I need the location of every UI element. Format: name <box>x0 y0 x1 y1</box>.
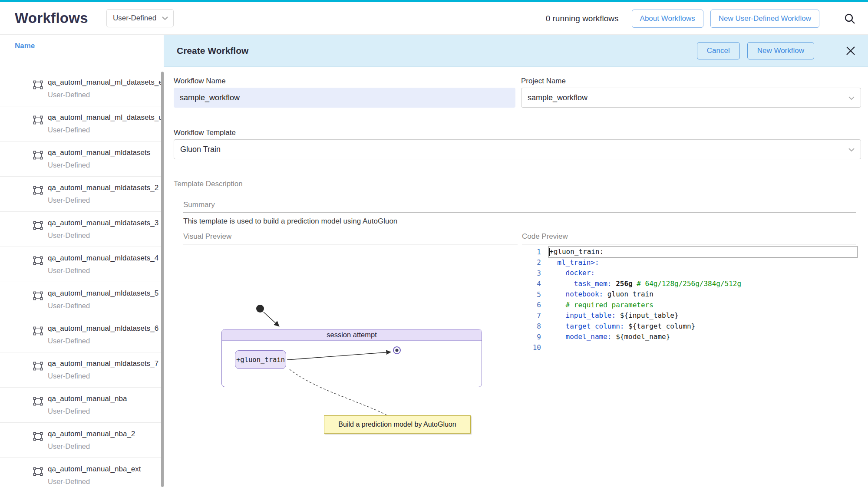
workflow-icon <box>33 80 43 90</box>
workflow-sidebar: Name qa_automl_manual_ml_datasets_e User… <box>0 35 164 487</box>
line-number: 9 <box>522 333 549 341</box>
code-line[interactable]: 8 target_column: ${target_column} <box>522 321 857 332</box>
close-icon[interactable] <box>845 45 857 57</box>
code-preview-label: Code Preview <box>522 232 856 244</box>
line-number: 8 <box>522 322 549 330</box>
workflow-icon <box>33 150 43 160</box>
create-workflow-actions: Cancel New Workflow <box>697 35 814 67</box>
workflow-item-name: qa_automl_manual_mldatasets_4 <box>48 254 164 263</box>
code-line-text <box>549 342 857 353</box>
workflow-item-name: qa_automl_manual_nba_ext <box>48 465 164 474</box>
chevron-down-icon <box>162 14 168 23</box>
workflow-item-type: User-Defined <box>48 372 164 380</box>
workflow-item-type: User-Defined <box>48 196 164 204</box>
project-name-select[interactable]: sample_workflow <box>521 88 861 108</box>
workflow-list-item[interactable]: qa_automl_manual_mldatasets User-Defined <box>0 141 164 176</box>
workflow-item-type: User-Defined <box>48 442 164 451</box>
running-workflows-status: 0 running workflows <box>546 14 619 23</box>
code-line[interactable]: 3 docker: <box>522 268 857 279</box>
workflow-icon <box>33 115 43 125</box>
session-attempt-label: session attempt <box>222 329 482 341</box>
visual-preview-label: Visual Preview <box>183 232 518 244</box>
workflow-item-type: User-Defined <box>48 91 164 99</box>
workflow-list-item[interactable]: qa_automl_manual_mldatasets_4 User-Defin… <box>0 247 164 282</box>
workflow-item-name: qa_automl_manual_mldatasets_6 <box>48 324 164 333</box>
name-column-header: Name <box>15 42 164 50</box>
create-workflow-panel: Create Workflow Cancel New Workflow Work… <box>164 35 868 487</box>
code-line[interactable]: 5 notebook: gluon_train <box>522 289 857 300</box>
code-line[interactable]: 10 <box>522 342 857 353</box>
workflow-list-item[interactable]: qa_automl_manual_ml_datasets_u User-Defi… <box>0 106 164 141</box>
about-workflows-button[interactable]: About Workflows <box>632 10 703 28</box>
workflow-list: qa_automl_manual_ml_datasets_e User-Defi… <box>0 71 164 487</box>
line-number: 5 <box>522 290 549 299</box>
workflow-type-filter-value: User-Defined <box>113 14 156 23</box>
code-line[interactable]: 4 task_mem: 256g # 64g/128g/256g/384g/51… <box>522 279 857 290</box>
workflow-item-type: User-Defined <box>48 337 164 345</box>
search-icon[interactable] <box>844 13 856 25</box>
app-header: Workflows User-Defined 0 running workflo… <box>0 2 868 35</box>
workflow-item-type: User-Defined <box>48 231 164 240</box>
workflow-item-name: qa_automl_manual_mldatasets_5 <box>48 289 164 298</box>
chevron-down-icon <box>848 145 855 154</box>
create-workflow-header: Create Workflow Cancel New Workflow <box>164 35 868 67</box>
new-workflow-button[interactable]: New Workflow <box>747 42 814 59</box>
workflows-page: Workflows User-Defined 0 running workflo… <box>0 0 868 487</box>
create-workflow-title: Create Workflow <box>177 46 248 56</box>
page-title: Workflows <box>15 10 88 26</box>
workflow-list-item[interactable]: qa_automl_manual_mldatasets_5 User-Defin… <box>0 282 164 317</box>
workflow-item-name: qa_automl_manual_ml_datasets_u <box>48 113 164 122</box>
workflow-list-item[interactable]: qa_automl_manual_mldatasets_3 User-Defin… <box>0 211 164 247</box>
line-number: 10 <box>522 343 549 352</box>
summary-text: This template is used to build a predict… <box>183 217 397 226</box>
workflow-item-type: User-Defined <box>48 161 164 169</box>
project-name-value: sample_workflow <box>528 93 587 102</box>
workflow-icon <box>33 291 43 301</box>
workflow-type-filter[interactable]: User-Defined <box>106 9 174 27</box>
gluon-train-task-node[interactable]: +gluon_train <box>235 350 286 369</box>
line-number: 7 <box>522 312 549 320</box>
workflow-template-select[interactable]: Gluon Train <box>174 139 861 159</box>
code-line[interactable]: 1 +gluon_train: <box>522 247 857 257</box>
workflow-list-item[interactable]: qa_automl_manual_mldatasets_2 User-Defin… <box>0 176 164 211</box>
workflow-list-item[interactable]: qa_automl_manual_mldatasets_6 User-Defin… <box>0 317 164 352</box>
workflow-item-type: User-Defined <box>48 477 164 486</box>
code-line-text: task_mem: 256g # 64g/128g/256g/384g/512g <box>549 279 857 290</box>
line-number: 3 <box>522 269 549 277</box>
workflow-icon <box>33 326 43 336</box>
code-line[interactable]: 6 # required parameters <box>522 300 857 311</box>
workflow-item-name: qa_automl_manual_nba_2 <box>48 430 164 438</box>
project-name-label: Project Name <box>521 77 566 86</box>
summary-section-label: Summary <box>183 201 856 213</box>
code-line[interactable]: 9 model_name: ${model_name} <box>522 332 857 342</box>
workflow-list-item[interactable]: qa_automl_manual_ml_datasets_e User-Defi… <box>0 71 164 106</box>
code-line-text: # required parameters <box>549 300 857 311</box>
workflow-item-type: User-Defined <box>48 126 164 134</box>
workflow-list-item[interactable]: qa_automl_manual_mldatasets_7 User-Defin… <box>0 352 164 387</box>
workflow-item-name: qa_automl_manual_mldatasets_2 <box>48 184 164 192</box>
workflow-item-name: qa_automl_manual_mldatasets <box>48 148 164 157</box>
workflow-name-input[interactable] <box>174 88 515 108</box>
workflow-item-type: User-Defined <box>48 302 164 310</box>
workflow-item-type: User-Defined <box>48 267 164 275</box>
workflow-list-item[interactable]: qa_automl_manual_nba_ext User-Defined <box>0 457 164 487</box>
workflow-name-label: Workflow Name <box>174 77 226 86</box>
code-line[interactable]: 7 input_table: ${input_table} <box>522 310 857 321</box>
workflow-icon <box>33 256 43 266</box>
workflow-icon <box>33 431 43 441</box>
code-line-text: model_name: ${model_name} <box>549 332 857 342</box>
workflow-list-item[interactable]: qa_automl_manual_nba User-Defined <box>0 387 164 422</box>
code-line[interactable]: 2 ml_train>: <box>522 257 857 268</box>
diagram-note: Build a prediction model by AutoGluon <box>324 415 471 434</box>
workflow-item-name: qa_automl_manual_nba <box>48 395 164 403</box>
workflow-list-item[interactable]: qa_automl_manual_nba_2 User-Defined <box>0 422 164 457</box>
line-number: 2 <box>522 258 549 267</box>
cancel-button[interactable]: Cancel <box>697 42 740 59</box>
code-line-text: +gluon_train: <box>549 247 857 257</box>
template-description-label: Template Description <box>174 180 243 188</box>
new-user-defined-workflow-button[interactable]: New User-Defined Workflow <box>710 10 819 28</box>
start-arrow <box>264 312 279 326</box>
code-editor[interactable]: 1 +gluon_train: 2 ml_train>: 3 docker: 4… <box>522 247 857 353</box>
workflow-item-type: User-Defined <box>48 407 164 415</box>
workflow-template-value: Gluon Train <box>180 145 221 154</box>
